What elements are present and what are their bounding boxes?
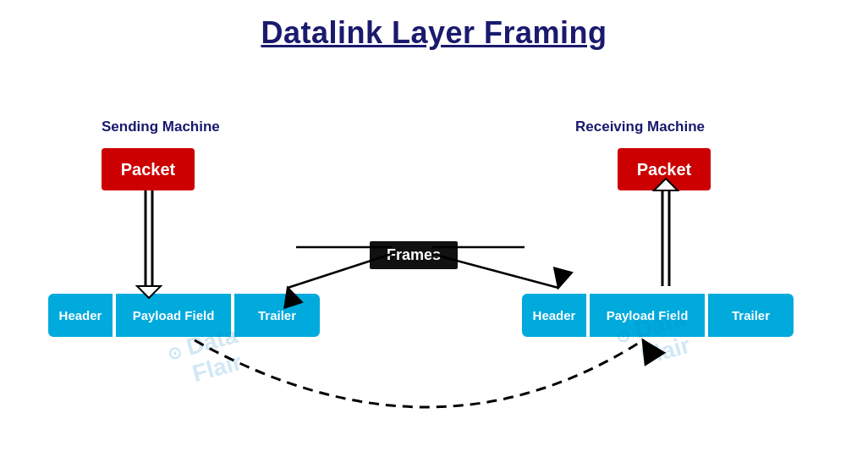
diagram-area: Sending Machine Packet Receiving Machine… bbox=[0, 110, 868, 452]
sending-payload-box: Payload Field bbox=[114, 292, 233, 339]
receiving-payload-box: Payload Field bbox=[588, 292, 706, 339]
receiving-packet-box: Packet bbox=[618, 148, 711, 190]
receiving-trailer-box: Trailer bbox=[706, 292, 795, 339]
sending-packet-box: Packet bbox=[102, 148, 195, 190]
sending-header-box: Header bbox=[47, 292, 114, 339]
receiving-frame-row: Header Payload Field Trailer bbox=[520, 292, 795, 339]
sending-trailer-box: Trailer bbox=[233, 292, 321, 339]
receiving-machine-label: Receiving Machine bbox=[575, 119, 705, 135]
sending-machine-label: Sending Machine bbox=[102, 119, 220, 135]
receiving-header-box: Header bbox=[520, 292, 588, 339]
frames-label: Frames bbox=[370, 241, 458, 269]
page-title: Datalink Layer Framing bbox=[0, 0, 868, 51]
sending-frame-row: Header Payload Field Trailer bbox=[47, 292, 321, 339]
